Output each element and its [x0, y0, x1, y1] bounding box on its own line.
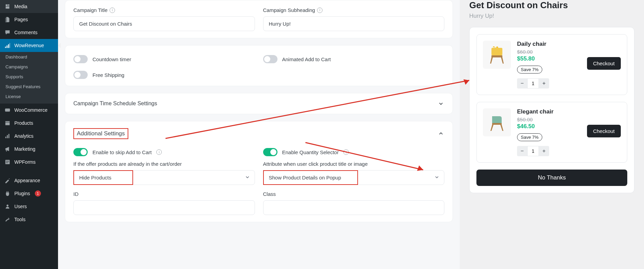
- sidebar-item-media[interactable]: Media: [0, 0, 58, 13]
- campaign-title-input[interactable]: [73, 16, 255, 31]
- qty-decrease-button[interactable]: −: [517, 146, 527, 156]
- sidebar-item-wowrevenue[interactable]: WowRevenue: [0, 39, 58, 52]
- sidebar-item-tools[interactable]: Tools: [0, 213, 58, 226]
- select-hide-products[interactable]: Hide Products: [73, 170, 255, 185]
- sidebar-item-plugins[interactable]: Plugins 1: [0, 187, 58, 200]
- sidebar-item-analytics[interactable]: Analytics: [0, 130, 58, 143]
- checkout-button[interactable]: Checkout: [587, 57, 621, 70]
- sidebar-label: Media: [14, 4, 27, 9]
- sidebar-label: Users: [14, 204, 27, 209]
- sidebar-label: WooCommerce: [14, 107, 47, 113]
- class-label: Class: [263, 191, 445, 197]
- sidebar-label: Marketing: [14, 146, 35, 152]
- preview-subheading: Hurry Up!: [469, 13, 634, 19]
- campaign-subheading-label: Campaign Subheading i: [263, 7, 445, 13]
- preview-pane: Get Discount on Chairs Hurry Up! Daily c…: [460, 0, 644, 269]
- panel-schedule[interactable]: Campaign Time Schedule Settings: [65, 93, 453, 114]
- sublink-suggest[interactable]: Suggest Features: [0, 82, 58, 92]
- sublink-license[interactable]: License: [0, 92, 58, 102]
- qty-increase-button[interactable]: +: [539, 146, 549, 156]
- select-show-popup[interactable]: Show Product Details on Popup: [263, 170, 445, 185]
- sidebar-label: Comments: [14, 30, 38, 35]
- schedule-heading: Campaign Time Schedule Settings: [73, 100, 157, 107]
- no-thanks-button[interactable]: No Thanks: [476, 170, 627, 186]
- cart-question-label: If the offer products are already in the…: [73, 161, 255, 167]
- toggle-countdown[interactable]: [73, 55, 88, 63]
- users-icon: [4, 203, 11, 210]
- wowrevenue-icon: [4, 42, 11, 49]
- chevron-down-icon: [438, 100, 444, 107]
- toggle-freeshipping[interactable]: [73, 71, 88, 79]
- toggle-freeshipping-label: Free Shipping: [92, 72, 124, 78]
- checkout-button[interactable]: Checkout: [587, 125, 621, 137]
- sidebar-item-products[interactable]: Products: [0, 117, 58, 130]
- panel-campaign-titles: Campaign Title i Campaign Subheading i: [65, 0, 453, 38]
- campaign-title-label: Campaign Title i: [73, 7, 255, 13]
- save-badge: Save 7%: [517, 133, 542, 141]
- product-image[interactable]: [483, 108, 511, 136]
- price-old: $50.00: [517, 117, 621, 122]
- qty-input[interactable]: [527, 146, 539, 156]
- preview-title: Get Discount on Chairs: [469, 0, 634, 11]
- wpforms-icon: [4, 159, 11, 165]
- annotation-box: Additional Settings: [73, 128, 128, 139]
- pages-icon: [4, 16, 11, 23]
- id-input[interactable]: [73, 200, 255, 215]
- sidebar-item-marketing[interactable]: Marketing: [0, 143, 58, 156]
- quantity-selector: − +: [517, 78, 621, 89]
- sidebar-item-appearance[interactable]: Appearance: [0, 174, 58, 187]
- sidebar-item-comments[interactable]: Comments: [0, 26, 58, 39]
- preview-card: Daily chair $60.00 $55.80 Save 7% − + Ch…: [469, 27, 634, 193]
- sidebar-label: Appearance: [14, 178, 40, 183]
- qty-decrease-button[interactable]: −: [517, 78, 527, 89]
- info-icon[interactable]: i: [156, 149, 162, 155]
- sidebar-label: Plugins: [14, 191, 30, 196]
- product-card: Daily chair $60.00 $55.80 Save 7% − + Ch…: [476, 34, 627, 95]
- qty-increase-button[interactable]: +: [539, 78, 549, 89]
- media-icon: [4, 3, 11, 10]
- toggle-skip-addtocart[interactable]: [73, 148, 88, 156]
- class-input[interactable]: [263, 200, 445, 215]
- chevron-up-icon[interactable]: [438, 130, 444, 137]
- svg-point-2: [6, 205, 8, 206]
- sublink-supports[interactable]: Supports: [0, 72, 58, 82]
- analytics-icon: [4, 133, 11, 139]
- info-icon[interactable]: i: [343, 149, 349, 155]
- price-old: $60.00: [517, 49, 621, 55]
- sublink-dashboard[interactable]: Dashboard: [0, 52, 58, 62]
- info-icon[interactable]: i: [317, 8, 323, 13]
- sidebar-label: WowRevenue: [14, 43, 44, 48]
- qty-input[interactable]: [527, 78, 539, 89]
- sidebar-item-pages[interactable]: Pages: [0, 13, 58, 26]
- sidebar-item-wpforms[interactable]: WPForms: [0, 156, 58, 169]
- plugins-icon: [4, 190, 11, 197]
- info-icon[interactable]: i: [110, 8, 115, 13]
- plugins-badge: 1: [35, 190, 41, 197]
- campaign-subheading-input[interactable]: [263, 16, 445, 31]
- toggle-animated-cart[interactable]: [263, 55, 277, 63]
- sidebar-label: WPForms: [14, 159, 35, 165]
- sidebar-item-woocommerce[interactable]: WooCommerce: [0, 104, 58, 117]
- sublink-campaigns[interactable]: Campaigns: [0, 62, 58, 72]
- additional-heading: Additional Settings: [77, 130, 125, 137]
- sidebar-label: Products: [14, 120, 33, 126]
- quantity-selector: − +: [517, 146, 621, 156]
- chair-icon: [487, 112, 507, 133]
- products-icon: [4, 120, 11, 126]
- woo-icon: [4, 107, 11, 113]
- sidebar-label: Pages: [14, 17, 28, 22]
- product-image[interactable]: [483, 41, 511, 69]
- toggle-qty-selector[interactable]: [263, 148, 277, 156]
- toggle-skip-label: Enable to skip Add to Cart: [92, 149, 152, 155]
- sidebar-submenu: Dashboard Campaigns Supports Suggest Fea…: [0, 52, 58, 104]
- product-card: Elegant chair $50.00 $46.50 Save 7% − + …: [476, 102, 627, 163]
- main-content: Campaign Title i Campaign Subheading i: [58, 0, 460, 269]
- svg-rect-0: [5, 109, 10, 112]
- sidebar-item-users[interactable]: Users: [0, 200, 58, 213]
- comments-icon: [4, 29, 11, 36]
- svg-rect-3: [491, 48, 502, 55]
- admin-sidebar: Media Pages Comments WowRevenue Dashboar…: [0, 0, 58, 269]
- panel-additional: Additional Settings Enable to skip Add t…: [65, 121, 453, 222]
- marketing-icon: [4, 146, 11, 152]
- toggle-animated-label: Animated Add to Cart: [282, 56, 331, 62]
